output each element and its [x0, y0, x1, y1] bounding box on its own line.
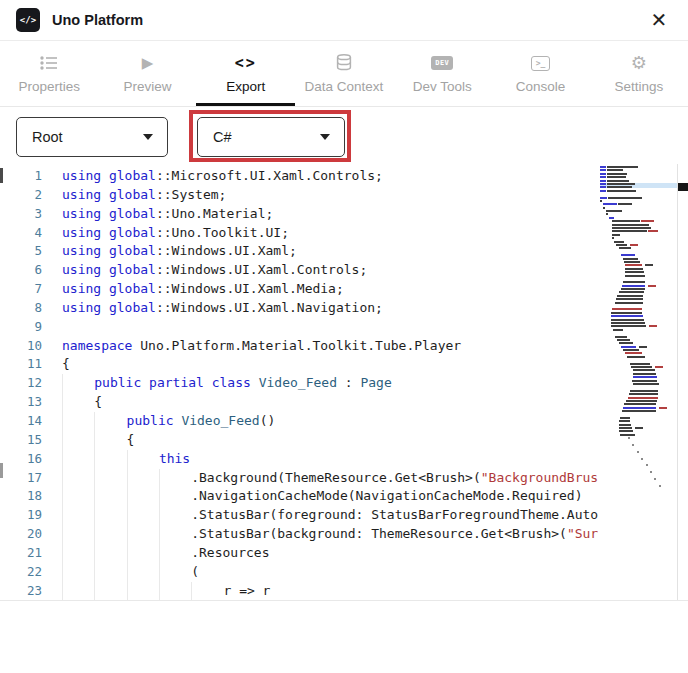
properties-list-icon	[40, 53, 58, 73]
tab-label: Properties	[18, 79, 80, 94]
active-tab-underline	[196, 103, 295, 106]
tab-label: Export	[226, 79, 265, 94]
title-bar: </> Uno Platform ✕	[0, 0, 688, 41]
code-editor[interactable]: 1using global::Microsoft.UI.Xaml.Control…	[0, 164, 688, 600]
tab-properties[interactable]: Properties	[0, 41, 98, 106]
code-content: 1using global::Microsoft.UI.Xaml.Control…	[0, 167, 598, 600]
tab-data-context[interactable]: Data Context	[295, 41, 393, 106]
tab-settings[interactable]: ⚙ Settings	[590, 41, 688, 106]
database-icon	[336, 53, 352, 73]
tab-label: Data Context	[305, 79, 384, 94]
window-title: Uno Platform	[52, 12, 143, 28]
play-icon: ▶	[142, 53, 154, 73]
root-select-value: Root	[32, 129, 63, 145]
tab-console[interactable]: >_ Console	[491, 41, 589, 106]
uno-platform-logo-icon: </>	[16, 8, 40, 32]
code-brackets-icon: <>	[235, 53, 257, 73]
tab-export[interactable]: <> Export	[197, 41, 295, 106]
editor-edge-mark	[0, 168, 3, 183]
vertical-scrollbar-thumb[interactable]	[678, 183, 688, 191]
tab-label: Settings	[614, 79, 663, 94]
export-language-select[interactable]: C#	[197, 117, 345, 157]
tab-label: Dev Tools	[413, 79, 472, 94]
chevron-down-icon	[143, 134, 153, 140]
tab-bar: Properties ▶ Preview <> Export Data Cont…	[0, 41, 688, 107]
close-icon[interactable]: ✕	[646, 7, 672, 33]
chevron-down-icon	[320, 134, 330, 140]
minimap-divider	[677, 164, 678, 600]
terminal-icon: >_	[531, 56, 550, 71]
editor-edge-mark	[0, 463, 3, 478]
minimap[interactable]	[600, 166, 677, 596]
tab-dev-tools[interactable]: DEV Dev Tools	[393, 41, 491, 106]
root-element-select[interactable]: Root	[16, 117, 168, 157]
uno-platform-window: </> Uno Platform ✕ Properties ▶ Preview …	[0, 0, 688, 673]
language-select-value: C#	[213, 129, 232, 145]
gear-icon: ⚙	[631, 53, 647, 73]
tab-label: Console	[516, 79, 566, 94]
dev-badge-icon: DEV	[431, 56, 453, 70]
bottom-bar	[0, 600, 688, 673]
tab-preview[interactable]: ▶ Preview	[98, 41, 196, 106]
tab-label: Preview	[123, 79, 171, 94]
